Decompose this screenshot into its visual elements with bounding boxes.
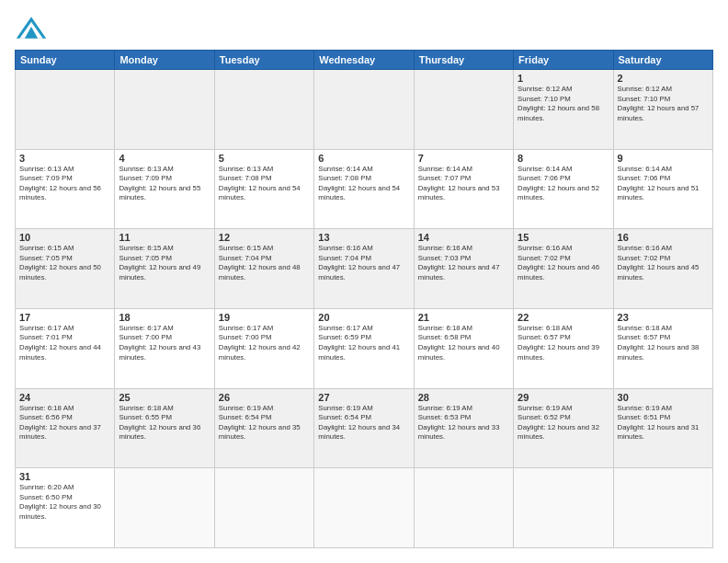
calendar-table: Sunday Monday Tuesday Wednesday Thursday… [15,50,713,548]
calendar-cell [314,468,414,548]
day-info: Sunrise: 6:19 AM Sunset: 6:54 PM Dayligh… [219,404,310,442]
day-info: Sunrise: 6:12 AM Sunset: 7:10 PM Dayligh… [518,85,609,123]
header [15,15,713,40]
day-number: 24 [19,392,110,403]
calendar-cell: 24Sunrise: 6:18 AM Sunset: 6:56 PM Dayli… [16,388,115,468]
calendar-cell [214,70,313,150]
day-info: Sunrise: 6:19 AM Sunset: 6:51 PM Dayligh… [618,404,709,442]
col-thursday: Thursday [414,51,513,70]
calendar-cell: 17Sunrise: 6:17 AM Sunset: 7:01 PM Dayli… [16,308,115,388]
day-number: 22 [518,312,609,323]
calendar-cell [16,70,115,150]
calendar-header-row: Sunday Monday Tuesday Wednesday Thursday… [16,51,713,70]
calendar-cell [514,468,613,548]
day-number: 30 [618,392,709,403]
page: Sunday Monday Tuesday Wednesday Thursday… [0,0,728,563]
day-number: 26 [219,392,310,403]
calendar-week-row: 3Sunrise: 6:13 AM Sunset: 7:09 PM Daylig… [16,149,713,229]
day-info: Sunrise: 6:17 AM Sunset: 7:01 PM Dayligh… [19,324,110,362]
calendar-week-row: 10Sunrise: 6:15 AM Sunset: 7:05 PM Dayli… [16,229,713,309]
day-info: Sunrise: 6:13 AM Sunset: 7:08 PM Dayligh… [219,165,310,203]
day-info: Sunrise: 6:17 AM Sunset: 7:00 PM Dayligh… [119,324,210,362]
calendar-cell [115,468,214,548]
day-number: 16 [618,232,709,243]
calendar-cell [214,468,313,548]
calendar-cell: 28Sunrise: 6:19 AM Sunset: 6:53 PM Dayli… [414,388,513,468]
day-info: Sunrise: 6:19 AM Sunset: 6:53 PM Dayligh… [418,404,509,442]
day-number: 9 [618,153,709,164]
calendar-cell: 21Sunrise: 6:18 AM Sunset: 6:58 PM Dayli… [414,308,513,388]
calendar-cell: 18Sunrise: 6:17 AM Sunset: 7:00 PM Dayli… [115,308,214,388]
day-info: Sunrise: 6:13 AM Sunset: 7:09 PM Dayligh… [19,165,110,203]
calendar-cell: 11Sunrise: 6:15 AM Sunset: 7:05 PM Dayli… [115,229,214,309]
day-info: Sunrise: 6:18 AM Sunset: 6:57 PM Dayligh… [618,324,709,362]
day-info: Sunrise: 6:20 AM Sunset: 6:50 PM Dayligh… [19,483,110,522]
calendar-cell: 25Sunrise: 6:18 AM Sunset: 6:55 PM Dayli… [115,388,214,468]
calendar-cell: 6Sunrise: 6:14 AM Sunset: 7:08 PM Daylig… [314,149,414,229]
day-info: Sunrise: 6:19 AM Sunset: 6:54 PM Dayligh… [318,404,409,442]
day-info: Sunrise: 6:18 AM Sunset: 6:55 PM Dayligh… [119,404,210,442]
calendar-cell: 1Sunrise: 6:12 AM Sunset: 7:10 PM Daylig… [514,70,613,150]
generalblue-logo-icon [15,15,48,40]
day-info: Sunrise: 6:14 AM Sunset: 7:08 PM Dayligh… [318,165,409,203]
day-number: 27 [318,392,409,403]
calendar-cell: 14Sunrise: 6:16 AM Sunset: 7:03 PM Dayli… [414,229,513,309]
calendar-cell [314,70,414,150]
day-number: 18 [119,312,210,323]
col-wednesday: Wednesday [314,51,414,70]
calendar-cell: 3Sunrise: 6:13 AM Sunset: 7:09 PM Daylig… [16,149,115,229]
day-number: 5 [219,153,310,164]
col-saturday: Saturday [613,51,712,70]
col-monday: Monday [115,51,214,70]
day-number: 28 [418,392,509,403]
calendar-cell: 26Sunrise: 6:19 AM Sunset: 6:54 PM Dayli… [214,388,313,468]
calendar-cell: 13Sunrise: 6:16 AM Sunset: 7:04 PM Dayli… [314,229,414,309]
day-number: 7 [418,153,509,164]
col-tuesday: Tuesday [214,51,313,70]
day-info: Sunrise: 6:15 AM Sunset: 7:04 PM Dayligh… [219,244,310,282]
day-number: 31 [19,471,110,482]
day-info: Sunrise: 6:17 AM Sunset: 7:00 PM Dayligh… [219,324,310,362]
day-number: 12 [219,232,310,243]
calendar-cell: 16Sunrise: 6:16 AM Sunset: 7:02 PM Dayli… [613,229,712,309]
calendar-cell: 30Sunrise: 6:19 AM Sunset: 6:51 PM Dayli… [613,388,712,468]
calendar-cell [613,468,712,548]
calendar-week-row: 1Sunrise: 6:12 AM Sunset: 7:10 PM Daylig… [16,70,713,150]
day-number: 21 [418,312,509,323]
day-info: Sunrise: 6:13 AM Sunset: 7:09 PM Dayligh… [119,165,210,203]
day-info: Sunrise: 6:18 AM Sunset: 6:56 PM Dayligh… [19,404,110,442]
day-number: 17 [19,312,110,323]
day-number: 6 [318,153,409,164]
day-number: 11 [119,232,210,243]
day-info: Sunrise: 6:19 AM Sunset: 6:52 PM Dayligh… [518,404,609,442]
col-friday: Friday [514,51,613,70]
calendar-cell: 10Sunrise: 6:15 AM Sunset: 7:05 PM Dayli… [16,229,115,309]
calendar-cell: 29Sunrise: 6:19 AM Sunset: 6:52 PM Dayli… [514,388,613,468]
calendar-cell [414,468,513,548]
calendar-cell: 22Sunrise: 6:18 AM Sunset: 6:57 PM Dayli… [514,308,613,388]
day-number: 8 [518,153,609,164]
day-number: 29 [518,392,609,403]
day-number: 1 [518,73,609,84]
calendar-cell: 20Sunrise: 6:17 AM Sunset: 6:59 PM Dayli… [314,308,414,388]
calendar-cell: 15Sunrise: 6:16 AM Sunset: 7:02 PM Dayli… [514,229,613,309]
calendar-week-row: 24Sunrise: 6:18 AM Sunset: 6:56 PM Dayli… [16,388,713,468]
day-number: 20 [318,312,409,323]
day-number: 3 [19,153,110,164]
calendar-cell: 31Sunrise: 6:20 AM Sunset: 6:50 PM Dayli… [16,468,115,548]
calendar-cell: 8Sunrise: 6:14 AM Sunset: 7:06 PM Daylig… [514,149,613,229]
day-number: 2 [618,73,709,84]
logo [15,15,51,40]
calendar-cell: 9Sunrise: 6:14 AM Sunset: 7:06 PM Daylig… [613,149,712,229]
day-number: 13 [318,232,409,243]
col-sunday: Sunday [16,51,115,70]
calendar-week-row: 31Sunrise: 6:20 AM Sunset: 6:50 PM Dayli… [16,468,713,548]
calendar-cell: 2Sunrise: 6:12 AM Sunset: 7:10 PM Daylig… [613,70,712,150]
day-info: Sunrise: 6:14 AM Sunset: 7:07 PM Dayligh… [418,165,509,203]
day-number: 19 [219,312,310,323]
day-info: Sunrise: 6:17 AM Sunset: 6:59 PM Dayligh… [318,324,409,362]
calendar-cell: 12Sunrise: 6:15 AM Sunset: 7:04 PM Dayli… [214,229,313,309]
calendar-cell: 27Sunrise: 6:19 AM Sunset: 6:54 PM Dayli… [314,388,414,468]
calendar-cell [414,70,513,150]
day-info: Sunrise: 6:14 AM Sunset: 7:06 PM Dayligh… [618,165,709,203]
